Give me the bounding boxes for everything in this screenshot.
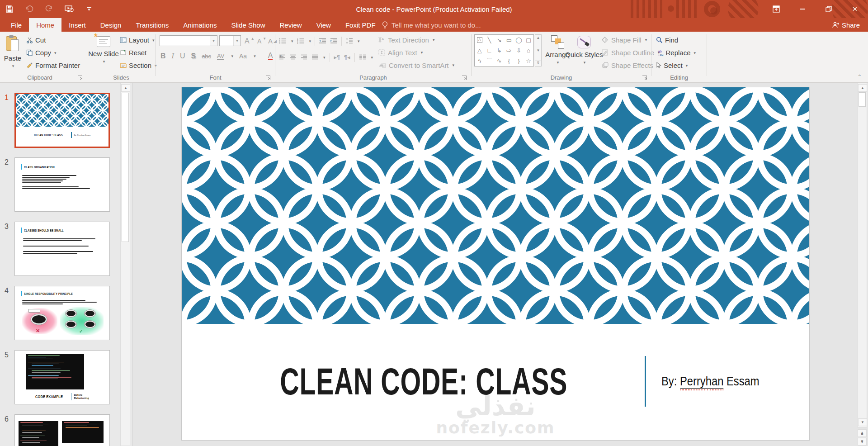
minimize-button[interactable] — [789, 0, 816, 18]
shape-left-brace-icon[interactable]: { — [508, 57, 510, 64]
bullets-icon[interactable] — [279, 38, 287, 44]
align-center-icon[interactable] — [290, 54, 297, 60]
collapse-ribbon-icon[interactable]: ⌃ — [858, 74, 862, 80]
italic-button[interactable]: I — [172, 52, 174, 60]
grow-font-button[interactable]: A▲ — [245, 35, 255, 47]
shape-fill-button[interactable]: Shape Fill ▾ — [602, 34, 647, 45]
shape-line-icon[interactable]: ╲ — [488, 37, 491, 43]
shape-triangle-icon[interactable]: △ — [477, 47, 482, 54]
strikethrough-button[interactable]: abc — [202, 53, 211, 60]
cut-button[interactable]: Cut — [26, 34, 46, 46]
shape-oval-icon[interactable]: ◯ — [515, 37, 522, 43]
paste-dropdown[interactable]: ▾ — [12, 64, 14, 68]
shape-elbow-connector-icon[interactable]: ∟ — [486, 47, 492, 54]
shape-curve-icon[interactable]: ∿ — [497, 57, 502, 64]
tab-view[interactable]: View — [309, 18, 338, 32]
shape-gallery-scrollbar[interactable]: ▲ ▼ ⊽ — [535, 34, 542, 66]
layout-button[interactable]: Layout ▾ — [120, 34, 155, 46]
start-from-beginning-icon[interactable] — [64, 4, 74, 14]
undo-icon[interactable] — [24, 4, 34, 14]
convert-to-smartart-button[interactable]: Convert to SmartArt ▾ — [378, 60, 454, 71]
align-right-icon[interactable] — [301, 54, 307, 60]
gallery-more-icon[interactable]: ⊽ — [535, 61, 541, 65]
find-button[interactable]: Find — [656, 34, 678, 46]
slide-thumbnail-3[interactable]: CLASSES SHOULD BE SMALL — [14, 222, 110, 276]
tab-foxit-pdf[interactable]: Foxit PDF — [338, 18, 383, 32]
quick-styles-button[interactable]: Quick Styles ▾ — [571, 33, 597, 71]
tab-home[interactable]: Home — [29, 18, 61, 32]
arrange-dropdown[interactable]: ▾ — [557, 60, 559, 65]
tab-slide-show[interactable]: Slide Show — [224, 18, 272, 32]
font-name-dropdown-icon[interactable]: ▾ — [210, 36, 217, 46]
increase-indent-icon[interactable] — [330, 38, 338, 44]
tab-file[interactable]: File — [4, 18, 29, 32]
shape-rounded-rectangle-icon[interactable]: ▢ — [526, 37, 531, 43]
tab-animations[interactable]: Animations — [176, 18, 224, 32]
slide-thumbnail-5[interactable]: CODE EXAMPLE Before Refactoring — [14, 350, 110, 404]
canvas-scroll-down-icon[interactable]: ▼ — [858, 418, 867, 426]
reset-button[interactable]: Reset — [120, 47, 146, 58]
slide-byline[interactable]: By: Perryhan Essam — [661, 375, 760, 389]
canvas-scrollbar[interactable]: ▲ ▼ — [857, 83, 867, 427]
slide-thumbnail-1[interactable]: CLEAN CODE: CLASS By: Perryhan Essam — [14, 93, 110, 148]
shape-text-box-icon[interactable]: A — [477, 37, 482, 43]
shape-line-arrow-icon[interactable]: ↘ — [497, 37, 502, 43]
new-slide-button[interactable]: * New Slide ▾ — [91, 33, 116, 71]
change-case-dropdown[interactable]: ▾ — [254, 54, 256, 58]
replace-dropdown[interactable]: ▾ — [694, 51, 696, 55]
numbering-icon[interactable]: 123 — [297, 38, 305, 44]
canvas-scroll-up-icon[interactable]: ▲ — [858, 84, 867, 92]
format-painter-button[interactable]: Format Painter — [26, 60, 80, 71]
change-case-button[interactable]: Aa — [239, 52, 247, 60]
text-shadow-button[interactable]: S — [191, 52, 196, 60]
line-spacing-dropdown[interactable]: ▾ — [358, 39, 360, 43]
save-icon[interactable] — [5, 4, 14, 14]
text-direction-button[interactable]: A Text Direction ▾ — [378, 34, 434, 45]
slide-thumbnail-2[interactable]: CLASS ORGANIZATION — [14, 157, 110, 212]
ltr-text-direction-icon[interactable]: ▸¶ — [334, 54, 340, 61]
shape-scribble-icon[interactable]: ϟ — [478, 57, 481, 64]
columns-dropdown[interactable]: ▾ — [371, 55, 373, 60]
align-left-icon[interactable] — [279, 54, 286, 60]
tab-insert[interactable]: Insert — [61, 18, 93, 32]
slide-thumbnail-4[interactable]: SINGLE RESPONSIBILITY PRINCIPLE ✕ ✓ — [14, 286, 110, 340]
ribbon-display-options-icon[interactable] — [763, 0, 789, 18]
align-text-dropdown[interactable]: ▾ — [421, 50, 423, 55]
select-button[interactable]: Select ▾ — [656, 60, 688, 71]
next-slide-button[interactable]: ▼▼ — [858, 438, 867, 446]
canvas-scrollbar-thumb[interactable] — [859, 92, 866, 107]
bold-button[interactable]: B — [160, 52, 166, 60]
shape-star-icon[interactable]: ☆ — [526, 57, 531, 64]
replace-button[interactable]: ab→ac Replace ▾ — [656, 47, 696, 58]
shape-effects-button[interactable]: Shape Effects ▾ — [602, 60, 659, 71]
copy-button[interactable]: Copy ▾ — [26, 47, 57, 58]
font-size-combo[interactable]: ▾ — [219, 35, 241, 46]
gallery-scroll-up-icon[interactable]: ▲ — [537, 36, 540, 40]
slide-canvas[interactable]: CLEAN CODE: CLASS By: Perryhan Essam نفذ… — [182, 87, 809, 440]
shape-arc-icon[interactable]: ⌒ — [486, 57, 492, 65]
tab-transitions[interactable]: Transitions — [128, 18, 176, 32]
columns-icon[interactable] — [359, 54, 366, 60]
tab-design[interactable]: Design — [93, 18, 129, 32]
slide-thumbnail-6[interactable] — [14, 414, 110, 446]
rtl-text-direction-icon[interactable]: ¶◂ — [344, 54, 350, 61]
tab-review[interactable]: Review — [272, 18, 309, 32]
thumbnail-scrollbar-thumb[interactable] — [122, 93, 129, 242]
decrease-indent-icon[interactable] — [319, 38, 326, 44]
numbering-dropdown[interactable]: ▾ — [309, 39, 311, 43]
shape-right-arrow-icon[interactable]: ⇨ — [506, 47, 511, 54]
shape-right-brace-icon[interactable]: } — [518, 57, 519, 64]
shape-freeform-icon[interactable]: ⌂ — [527, 47, 530, 54]
font-color-button[interactable]: A — [268, 52, 273, 60]
shape-fill-dropdown[interactable]: ▾ — [645, 38, 647, 42]
tell-me-box[interactable]: Tell me what you want to do... — [382, 18, 481, 32]
shape-gallery[interactable]: A╲↘▭◯▢△∟↳⇨⇩⌂ϟ⌒∿{}☆ — [474, 34, 534, 66]
font-dialog-launcher-icon[interactable] — [266, 76, 270, 80]
previous-slide-button[interactable]: ▲▲ — [858, 429, 867, 437]
font-size-dropdown-icon[interactable]: ▾ — [233, 36, 241, 46]
select-dropdown[interactable]: ▾ — [686, 63, 688, 68]
clipboard-dialog-launcher-icon[interactable] — [78, 76, 82, 80]
redo-icon[interactable] — [44, 4, 54, 14]
character-spacing-dropdown[interactable]: ▾ — [231, 54, 233, 58]
justify-dropdown[interactable]: ▾ — [323, 55, 326, 60]
